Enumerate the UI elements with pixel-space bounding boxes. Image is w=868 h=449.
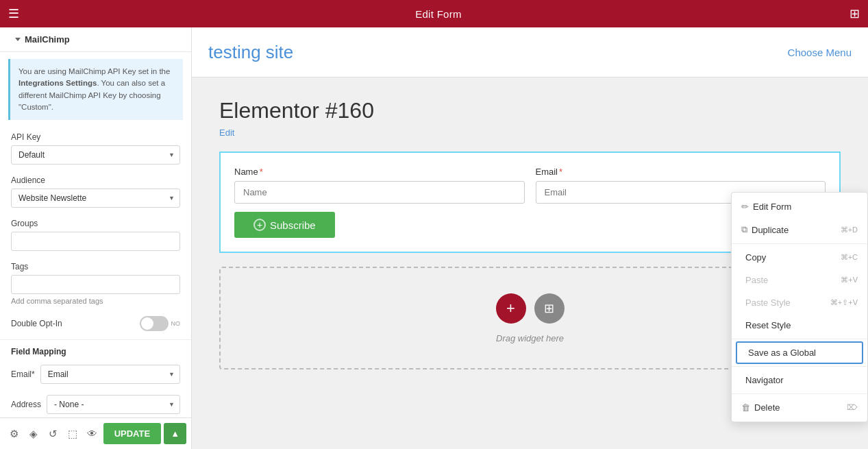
groups-field: Groups <box>0 213 191 256</box>
context-menu-navigator[interactable]: Navigator <box>732 369 867 391</box>
sidebar: MailChimp You are using MailChimp API Ke… <box>0 27 192 449</box>
context-menu-copy[interactable]: Copy ⌘+C <box>732 246 867 269</box>
audience-select-wrapper: Website Newslette <box>11 189 180 208</box>
edit-form-label: Edit Form <box>753 202 858 212</box>
context-menu-reset-style[interactable]: Reset Style <box>732 314 867 337</box>
tags-hint: Add comma separated tags <box>11 297 180 305</box>
mailchimp-label: MailChimp <box>25 34 70 45</box>
context-menu: ✏ Edit Form ⧉ Duplicate ⌘+D Copy ⌘+C <box>731 192 868 422</box>
double-optin-field: Double Opt-In NO <box>0 311 191 337</box>
api-key-select[interactable]: Default <box>11 145 180 165</box>
paste-style-shortcut: ⌘+⇧+V <box>830 298 858 307</box>
api-key-field: API Key Default <box>0 127 191 170</box>
choose-menu-button[interactable]: Choose Menu <box>788 47 852 58</box>
tags-field: Tags Add comma separated tags <box>0 256 191 311</box>
site-title: testing site <box>208 42 293 63</box>
name-required: * <box>260 167 263 177</box>
hamburger-icon[interactable]: ☰ <box>8 6 19 21</box>
layers-icon[interactable]: ◈ <box>25 424 42 444</box>
paste-shortcut: ⌘+V <box>841 276 858 284</box>
email-mapping-select[interactable]: Email <box>40 365 180 384</box>
preview-icon[interactable]: 👁 <box>84 424 101 444</box>
email-mapping-label: Email* <box>11 369 35 379</box>
double-optin-toggle[interactable] <box>140 316 169 331</box>
save-global-label: Save as a Global <box>748 348 855 358</box>
name-input[interactable] <box>234 181 525 204</box>
audience-label: Audience <box>11 175 180 185</box>
template-icon[interactable]: ⬚ <box>64 424 82 444</box>
edit-form-icon: ✏ <box>741 202 749 212</box>
groups-label: Groups <box>11 219 180 228</box>
page-title: Elementor #160 <box>219 98 841 123</box>
audience-select[interactable]: Website Newslette <box>11 189 180 208</box>
update-arrow-button[interactable]: ▲ <box>164 423 186 444</box>
duplicate-label: Duplicate <box>752 225 841 235</box>
api-key-label: API Key <box>11 132 180 142</box>
email-field-label: Email* <box>536 167 826 177</box>
canvas-top-bar: testing site Choose Menu <box>192 27 868 77</box>
divider-1 <box>732 243 867 244</box>
add-element-button[interactable]: + <box>496 293 526 324</box>
address-mapping-select-wrapper: - None - <box>47 395 180 414</box>
address-mapping-field: Address - None - <box>0 389 191 420</box>
paste-style-label: Paste Style <box>745 298 830 308</box>
bottom-toolbar: ⚙ ◈ ↺ ⬚ 👁 UPDATE ▲ <box>0 417 192 449</box>
navigator-label: Navigator <box>745 375 858 385</box>
grid-icon[interactable]: ⊞ <box>850 6 860 21</box>
delete-shortcut: ⌦ <box>847 403 858 412</box>
add-widget-button[interactable]: ⊞ <box>534 293 565 324</box>
mailchimp-info-box: You are using MailChimp API Key set in t… <box>8 59 183 120</box>
main-area: MailChimp You are using MailChimp API Ke… <box>0 27 868 449</box>
field-mapping-title: Field Mapping <box>0 339 191 359</box>
name-field-label: Name* <box>234 167 525 177</box>
toggle-knob <box>141 317 153 330</box>
divider-3 <box>732 366 867 367</box>
history-icon[interactable]: ↺ <box>45 424 62 444</box>
groups-input[interactable] <box>11 232 180 251</box>
email-mapping-select-wrapper: Email <box>40 365 180 384</box>
context-menu-edit-form[interactable]: ✏ Edit Form <box>732 195 867 218</box>
info-text-1: You are using MailChimp API Key set in t… <box>18 67 170 75</box>
drop-text: Drag widget here <box>496 333 564 343</box>
drop-area-buttons: + ⊞ <box>496 293 565 324</box>
context-menu-paste-style[interactable]: Paste Style ⌘+⇧+V <box>732 291 867 314</box>
name-field-group: Name* <box>234 167 525 204</box>
chevron-down-icon <box>15 38 21 41</box>
audience-field: Audience Website Newslette <box>0 170 191 213</box>
delete-icon: 🗑 <box>741 402 750 413</box>
tags-label: Tags <box>11 262 180 271</box>
page-title-area: Elementor #160 Edit <box>219 98 841 138</box>
divider-2 <box>732 339 867 339</box>
sidebar-content: MailChimp You are using MailChimp API Ke… <box>0 27 191 449</box>
delete-label: Delete <box>754 402 847 413</box>
context-menu-paste[interactable]: Paste ⌘+V <box>732 269 867 291</box>
tags-input[interactable] <box>11 275 180 294</box>
context-menu-delete[interactable]: 🗑 Delete ⌦ <box>732 396 867 419</box>
address-mapping-label: Address <box>11 400 41 409</box>
settings-icon[interactable]: ⚙ <box>5 424 23 444</box>
context-menu-duplicate[interactable]: ⧉ Duplicate ⌘+D <box>732 218 867 241</box>
copy-shortcut: ⌘+C <box>841 253 858 262</box>
subscribe-label: Subscribe <box>270 219 316 231</box>
top-bar-title: Edit Form <box>27 8 850 20</box>
mailchimp-section-header[interactable]: MailChimp <box>0 27 191 52</box>
api-key-select-wrapper: Default <box>11 145 180 165</box>
info-link[interactable]: Integrations Settings <box>18 79 97 87</box>
top-bar: ☰ Edit Form ⊞ <box>0 0 868 27</box>
duplicate-shortcut: ⌘+D <box>841 226 858 234</box>
subscribe-button[interactable]: + Subscribe <box>234 212 335 238</box>
address-mapping-select[interactable]: - None - <box>47 395 180 414</box>
email-required: * <box>559 167 562 177</box>
context-menu-save-global[interactable]: Save as a Global <box>736 341 863 364</box>
canvas-area: testing site Choose Menu Elementor #160 … <box>192 27 868 449</box>
toggle-label: NO <box>171 320 181 327</box>
plus-circle-icon: + <box>253 219 266 231</box>
copy-label: Copy <box>745 252 841 263</box>
email-mapping-field: Email* Email <box>0 359 191 389</box>
paste-label: Paste <box>745 275 841 285</box>
edit-link[interactable]: Edit <box>219 128 234 138</box>
update-button[interactable]: UPDATE <box>103 423 161 444</box>
double-optin-label: Double Opt-In <box>11 319 62 328</box>
divider-4 <box>732 393 867 394</box>
double-optin-toggle-wrapper: NO <box>140 316 181 331</box>
